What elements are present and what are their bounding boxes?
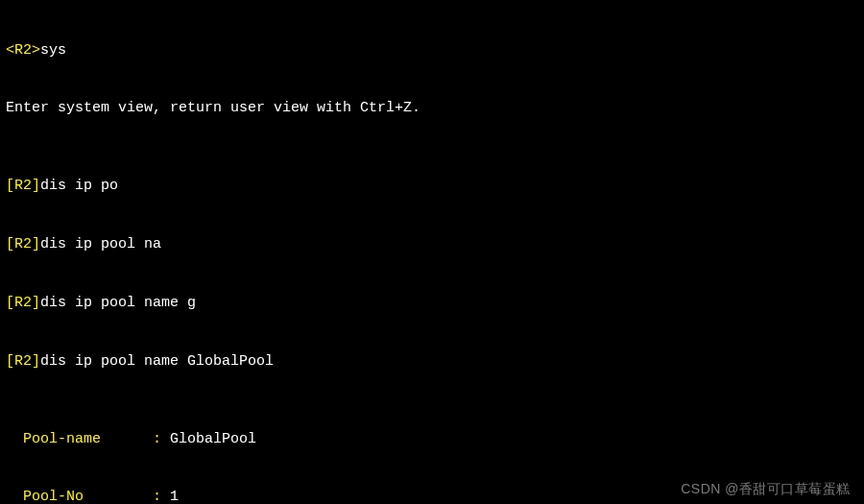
kv-pool-no: Pool-No : 1 <box>6 488 858 504</box>
cmd-line-2: [R2]dis ip pool na <box>6 235 858 254</box>
top-prompt-line: <R2>sys <box>6 41 858 60</box>
prompt: [R2] <box>6 353 40 370</box>
hint-line: Enter system view, return user view with… <box>6 99 858 118</box>
prompt: [R2] <box>6 236 40 252</box>
kv-pool-name: Pool-name : GlobalPool <box>6 430 858 449</box>
prompt: [R2] <box>6 295 40 311</box>
prompt: [R2] <box>6 178 40 194</box>
cmd-text: dis ip pool name GlobalPool <box>40 353 274 370</box>
cmd-text: dis ip pool name g <box>40 295 196 311</box>
terminal-output[interactable]: <R2>sys Enter system view, return user v… <box>0 0 864 504</box>
cmd-text: dis ip po <box>40 178 118 194</box>
kv-value: 1 <box>170 489 179 504</box>
kv-label: Pool-No : <box>6 489 170 504</box>
cmd-line-4: [R2]dis ip pool name GlobalPool <box>6 352 858 372</box>
kv-value: GlobalPool <box>170 431 256 447</box>
cmd-line-3: [R2]dis ip pool name g <box>6 294 858 313</box>
cmd-sys: sys <box>40 42 66 59</box>
cmd-text: dis ip pool na <box>40 236 161 252</box>
router-prompt: <R2> <box>6 42 40 59</box>
kv-label: Pool-name : <box>6 431 170 447</box>
cmd-line-1: [R2]dis ip po <box>6 177 858 196</box>
